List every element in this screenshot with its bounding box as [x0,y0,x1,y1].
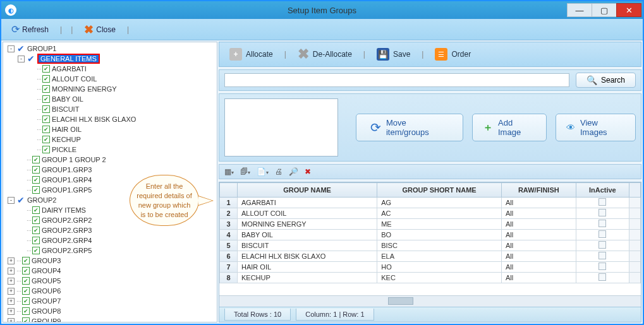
tree-node[interactable]: ⋯✔ALLOUT COIL [6,74,217,84]
cell-group-name[interactable]: KECHUP [238,273,377,283]
cell-inactive[interactable] [576,230,629,240]
checkbox-icon[interactable] [598,263,606,270]
expand-icon[interactable]: + [8,278,15,285]
expand-icon[interactable]: + [8,318,15,322]
cell-inactive[interactable] [576,262,629,273]
rownum-header[interactable] [220,183,238,198]
table-row[interactable]: 2ALLOUT COILACAll [220,208,641,219]
checkbox-icon[interactable] [598,198,606,206]
order-button[interactable]: ☰ Order [431,45,475,63]
expand-icon[interactable]: + [8,308,15,315]
table-row[interactable]: 4BABY OILBOAll [220,230,641,240]
cell-group-name[interactable]: ELACHI HLX BISK GLAXO [238,251,377,262]
tree-node[interactable]: ⋯✔KECHUP [6,134,217,145]
view-images-button[interactable]: 👁 View Images [556,114,636,141]
tree-node[interactable]: ⋯✔GROUP1.GRP3 [6,165,217,175]
cell-raw-finish[interactable]: All [502,198,576,208]
expand-icon[interactable]: + [8,298,15,305]
tree-node[interactable]: +⋯✔GROUP8 [6,306,217,316]
save-button[interactable]: 💾 Save [373,45,414,63]
tree-node[interactable]: +⋯✔GROUP4 [6,266,217,276]
table-row[interactable]: 8KECHUPKECAll [220,273,641,283]
cell-group-name[interactable]: BISCUIT [238,240,377,251]
grid-tool-icon[interactable]: 🔎 [289,167,298,176]
cell-short-name[interactable]: BISC [377,240,502,251]
tree-node[interactable]: +⋯✔GROUP9 [6,316,217,322]
tree-node[interactable]: ⋯✔BABY OIL [6,94,217,104]
expand-icon[interactable]: + [8,288,15,295]
cell-group-name[interactable]: ALLOUT COIL [238,208,377,219]
cell-short-name[interactable]: ME [377,219,502,230]
col-raw-finish[interactable]: RAW/FINISH [502,183,576,198]
tree-node[interactable]: ⋯✔GROUP2.GRP3 [6,225,217,235]
cell-inactive[interactable] [576,273,629,283]
cell-group-name[interactable]: MORNING ENERGY [238,219,377,230]
groups-table[interactable]: GROUP NAME GROUP SHORT NAME RAW/FINISH I… [219,182,641,283]
horizontal-scrollbar[interactable] [219,295,641,307]
close-button[interactable]: ✖ Close [79,21,121,38]
cell-short-name[interactable]: ELA [377,251,502,262]
tree-node[interactable]: +⋯✔GROUP3 [6,256,217,266]
col-group-name[interactable]: GROUP NAME [238,183,377,198]
checkbox-icon[interactable] [598,252,606,259]
cell-short-name[interactable]: HO [377,262,502,273]
tree-node[interactable]: +⋯✔GROUP7 [6,296,217,306]
add-image-button[interactable]: ＋ Add Image [472,114,547,141]
cell-raw-finish[interactable]: All [502,230,576,240]
cell-raw-finish[interactable]: All [502,273,576,283]
cell-inactive[interactable] [576,240,629,251]
grid-tool-icon[interactable]: 🗐▾ [240,167,250,176]
table-row[interactable]: 6ELACHI HLX BISK GLAXOELAAll [220,251,641,262]
cell-short-name[interactable]: AG [377,198,502,208]
refresh-button[interactable]: ⟳ Refresh [6,21,54,37]
tree-node[interactable]: +⋯✔GROUP5 [6,276,217,286]
expand-icon[interactable]: + [8,268,15,275]
cell-inactive[interactable] [576,251,629,262]
tree-node[interactable]: ⋯✔PICKLE [6,145,217,155]
cell-group-name[interactable]: BABY OIL [238,230,377,240]
collapse-icon[interactable]: - [18,56,25,62]
tree-node[interactable]: ⋯✔GROUP2.GRP5 [6,245,217,256]
table-row[interactable]: 3MORNING ENERGYMEAll [220,219,641,230]
col-short-name[interactable]: GROUP SHORT NAME [377,183,502,198]
tree-node[interactable]: ⋯✔ELACHI HLX BISK GLAXO [6,114,217,124]
cell-group-name[interactable]: HAIR OIL [238,262,377,273]
cell-group-name[interactable]: AGARBATI [238,198,377,208]
allocate-button[interactable]: + Allocate [226,45,277,63]
tree-node[interactable]: ⋯✔GROUP2.GRP4 [6,235,217,245]
checkbox-icon[interactable] [598,230,606,238]
deallocate-button[interactable]: ✖ De-Allocate [294,44,356,65]
tree-node[interactable]: ⋯✔BISCUIT [6,104,217,114]
search-button[interactable]: 🔍 Search [576,73,636,88]
table-row[interactable]: 1AGARBATIAGAll [220,198,641,208]
collapse-icon[interactable]: - [8,45,15,52]
cell-short-name[interactable]: KEC [377,273,502,283]
tree-node[interactable]: -✔GENERAL ITEMS [6,54,217,64]
col-inactive[interactable]: InActive [576,183,629,198]
close-window-button[interactable]: ✕ [616,3,641,17]
tree-node[interactable]: ⋯✔MORNING ENERGY [6,84,217,94]
cell-inactive[interactable] [576,198,629,208]
cell-raw-finish[interactable]: All [502,240,576,251]
tree-node[interactable]: -✔GROUP1 [6,44,217,54]
cell-raw-finish[interactable]: All [502,262,576,273]
grid-tool-icon[interactable]: ▦▾ [224,167,234,176]
tree-node[interactable]: ⋯✔GROUP 1 GROUP 2 [6,155,217,165]
collapse-icon[interactable]: - [8,197,15,204]
cell-inactive[interactable] [576,219,629,230]
cell-inactive[interactable] [576,208,629,219]
tree-node[interactable]: ⋯✔HAIR OIL [6,124,217,134]
minimize-button[interactable]: — [567,3,592,17]
grid-tool-icon[interactable]: ✖ [305,167,311,176]
cell-short-name[interactable]: BO [377,230,502,240]
checkbox-icon[interactable] [598,220,606,227]
checkbox-icon[interactable] [598,241,606,249]
cell-raw-finish[interactable]: All [502,208,576,219]
grid-tool-icon[interactable]: 🖨 [275,167,283,176]
search-input[interactable] [224,73,569,87]
checkbox-icon[interactable] [598,209,606,216]
cell-raw-finish[interactable]: All [502,251,576,262]
table-row[interactable]: 7HAIR OILHOAll [220,262,641,273]
expand-icon[interactable]: + [8,257,15,264]
tree-node[interactable]: ⋯✔AGARBATI [6,64,217,74]
